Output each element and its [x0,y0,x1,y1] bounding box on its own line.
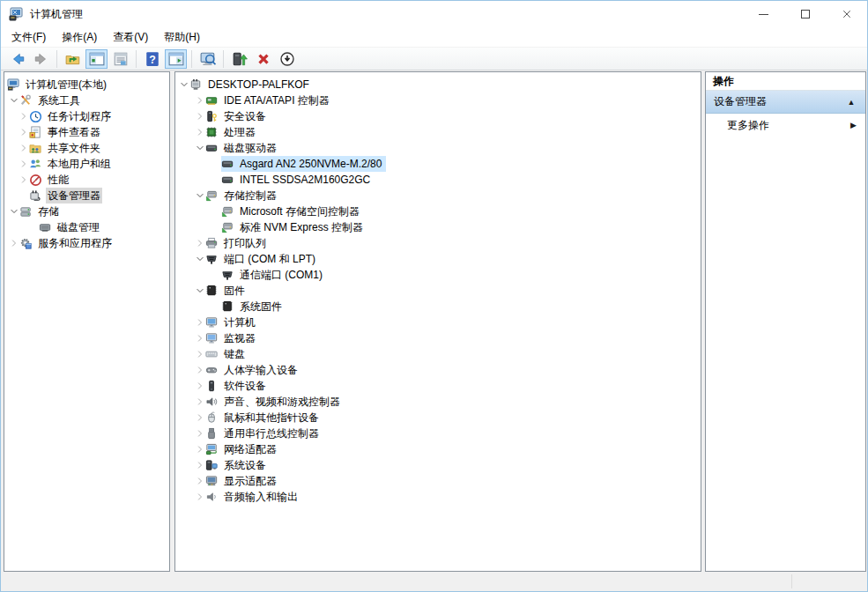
keyboard-icon [205,348,219,361]
collapse-section-button[interactable]: ▲ [845,98,857,107]
tree-item[interactable]: 固件 [175,283,701,299]
chevron-right-icon[interactable] [195,475,205,487]
tree-item-label: 人体学输入设备 [222,362,300,378]
show-action-pane-button[interactable] [165,49,187,69]
chevron-right-icon[interactable] [19,126,29,138]
chevron-right-icon[interactable] [195,380,205,392]
chevron-right-icon[interactable] [195,332,205,344]
tree-item[interactable]: DESKTOP-PALFKOF [175,77,701,92]
tree-item[interactable]: IDE ATA/ATAPI 控制器 [175,92,701,108]
chevron-down-icon[interactable] [9,205,19,218]
menu-item-3[interactable]: 帮助(H) [156,28,208,47]
tree-item[interactable]: 性能 [4,172,169,188]
scan-hardware-changes-button[interactable] [197,49,219,69]
tree-item[interactable]: 声音、视频和游戏控制器 [175,394,701,410]
tree-item[interactable]: 计算机管理(本地) [4,77,169,92]
tree-item[interactable]: 本地用户和组 [4,156,169,172]
tree-item[interactable]: 安全设备 [175,108,701,124]
more-actions-item[interactable]: 更多操作 ▶ [706,114,865,137]
uninstall-device-button[interactable] [252,49,274,69]
tree-item[interactable]: 磁盘驱动器 [175,140,701,156]
tree-item[interactable]: 服务和应用程序 [4,235,169,251]
tree-item[interactable]: 计算机 [175,314,701,330]
tree-item[interactable]: 打印队列 [175,235,701,251]
tree-item[interactable]: 显示适配器 [175,473,701,489]
chevron-right-icon[interactable] [195,411,205,424]
menu-item-2[interactable]: 查看(V) [105,28,156,47]
help-button[interactable]: ? [141,49,163,69]
chevron-down-icon[interactable] [195,142,205,154]
tree-item-content: 服务和应用程序 [19,235,116,251]
tree-item[interactable]: 设备管理器 [4,188,169,204]
chevron-right-icon[interactable] [195,491,205,503]
minimize-button[interactable] [743,1,784,27]
chevron-right-icon[interactable] [195,94,205,107]
chevron-right-icon[interactable] [195,110,205,122]
tree-item-label: 安全设备 [222,108,268,124]
update-driver-button[interactable] [228,49,250,69]
menu-item-0[interactable]: 文件(F) [4,28,54,47]
show-action-pane-icon [168,51,184,67]
tree-item[interactable]: Asgard AN2 250NVMe-M.2/80 [175,156,701,172]
actions-section-device-manager[interactable]: 设备管理器 ▲ [706,91,865,114]
chevron-right-icon[interactable] [195,459,205,471]
chevron-right-icon[interactable] [195,348,205,360]
tree-item[interactable]: 端口 (COM 和 LPT) [175,251,701,267]
tree-item[interactable]: 人体学输入设备 [175,362,701,378]
chevron-right-icon[interactable] [195,396,205,408]
tree-item[interactable]: 网络适配器 [175,441,701,457]
tree-item[interactable]: 存储 [4,204,169,219]
back-button[interactable] [6,49,28,69]
tree-item[interactable]: 磁盘管理 [4,219,169,235]
chevron-right-icon[interactable] [195,364,205,376]
tree-item[interactable]: 处理器 [175,124,701,140]
tree-item[interactable]: 通用串行总线控制器 [175,426,701,441]
tree-item[interactable]: INTEL SSDSA2M160G2GC [175,172,701,188]
tree-item[interactable]: 键盘 [175,346,701,362]
tree-item[interactable]: 通信端口 (COM1) [175,267,701,283]
up-level-button[interactable] [62,49,84,69]
menu-item-1[interactable]: 操作(A) [54,28,105,47]
chevron-right-icon[interactable] [195,126,205,138]
chevron-right-icon[interactable] [195,427,205,440]
tree-item[interactable]: 事件查看器 [4,124,169,140]
chevron-down-icon[interactable] [195,253,205,265]
tree-item[interactable]: 音频输入和输出 [175,489,701,505]
tree-item[interactable]: 系统固件 [175,299,701,314]
console-tree-panel: 计算机管理(本地)系统工具任务计划程序事件查看器共享文件夹本地用户和组性能设备管… [4,71,170,572]
tree-item[interactable]: 标准 NVM Express 控制器 [175,219,701,235]
tree-item[interactable]: 存储控制器 [175,188,701,204]
chevron-right-icon[interactable] [19,158,29,170]
tree-item[interactable]: 系统工具 [4,92,169,108]
tree-item[interactable]: 系统设备 [175,457,701,473]
menu-bar: 文件(F)操作(A)查看(V)帮助(H) [1,27,867,48]
tree-item[interactable]: 任务计划程序 [4,108,169,124]
show-console-tree-button[interactable] [85,49,108,69]
chevron-down-icon[interactable] [195,189,205,202]
chevron-down-icon[interactable] [9,94,19,107]
chevron-right-icon[interactable] [195,237,205,249]
tree-item-label: 存储控制器 [222,188,278,204]
tree-item[interactable]: 鼠标和其他指针设备 [175,410,701,426]
tree-item[interactable]: 监视器 [175,330,701,346]
tree-item-content: IDE ATA/ATAPI 控制器 [205,92,334,108]
chevron-right-icon[interactable] [195,443,205,455]
chevron-right-icon[interactable] [9,237,19,249]
chevron-right-icon[interactable] [19,174,29,186]
chevron-right-icon[interactable] [195,316,205,329]
security-device-icon [205,110,219,123]
chevron-down-icon[interactable] [179,78,189,91]
tree-item[interactable]: Microsoft 存储空间控制器 [175,204,701,219]
forward-button[interactable] [30,49,52,69]
maximize-button[interactable] [784,1,826,27]
firmware-icon [205,285,219,298]
chevron-right-icon[interactable] [19,142,29,154]
tree-item[interactable]: 软件设备 [175,378,701,394]
chevron-right-icon[interactable] [19,110,29,122]
export-list-button[interactable] [109,49,131,69]
chevron-down-icon[interactable] [195,285,205,297]
tree-item[interactable]: 共享文件夹 [4,140,169,156]
close-button[interactable] [826,1,867,27]
disable-device-button[interactable] [276,49,298,69]
tree-item-label: 本地用户和组 [46,156,113,172]
